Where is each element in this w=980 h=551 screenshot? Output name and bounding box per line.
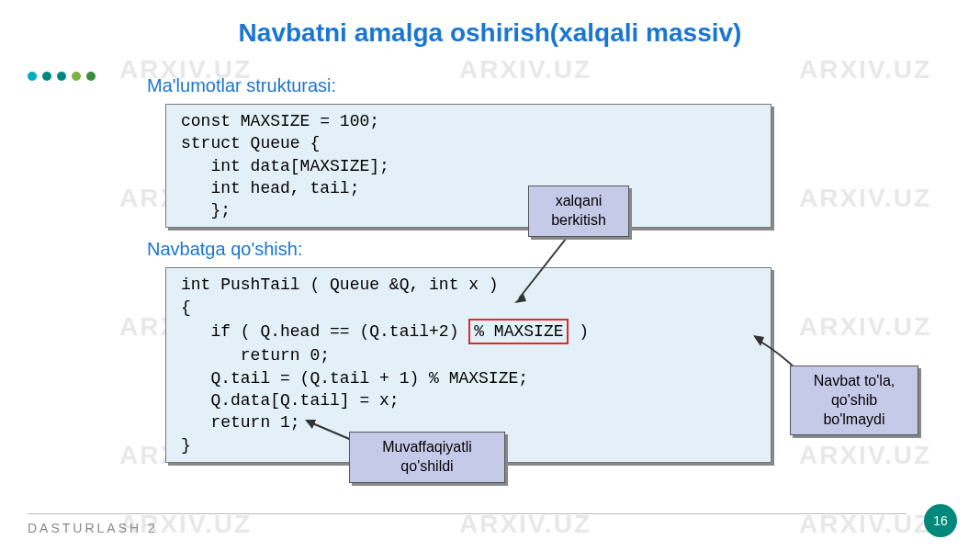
code-line: int data[MAXSIZE]; [181,155,756,177]
callout-text: bo'lmaydi [802,410,907,430]
code-line: int PushTail ( Queue &Q, int x ) [181,274,756,296]
code-line: Q.tail = (Q.tail + 1) % MAXSIZE; [181,367,756,389]
callout-pointer-icon [510,230,583,303]
dot-icon [86,72,96,81]
svg-line-0 [519,234,569,298]
page-number-badge: 16 [924,504,957,537]
callout-text: qo'shildi [361,457,493,477]
footer-text: DASTURLASH 2 [28,521,158,535]
svg-line-3 [310,422,354,441]
dot-icon [28,72,37,81]
code-line: }; [181,199,756,221]
code-line: int head, tail; [181,177,756,199]
code-block-struct: const MAXSIZE = 100; struct Queue { int … [165,104,772,228]
callout-success: Muvaffaqiyatli qo'shildi [349,432,505,483]
dot-icon [72,72,81,81]
code-text: if ( Q.head == (Q.tail+2) [181,322,468,341]
callout-text: qo'shib [802,391,907,410]
callout-queue-full: Navbat to'la, qo'shib bo'lmaydi [790,365,918,435]
code-line: { [181,297,756,319]
code-line: if ( Q.head == (Q.tail+2) % MAXSIZE ) [181,319,756,344]
callout-text: Navbat to'la, [802,372,907,391]
page-title: Navbatni amalga oshirish(xalqali massiv) [0,0,980,48]
footer: DASTURLASH 2 [0,505,980,551]
code-line: struct Queue { [181,132,756,154]
callout-ring-close: xalqani berkitish [528,186,629,237]
code-text: ) [569,322,589,341]
callout-text: Muvaffaqiyatli [361,438,493,457]
decorative-dots [28,72,96,81]
callout-text: berkitish [540,211,617,231]
dot-icon [57,72,66,81]
svg-marker-2 [753,335,764,346]
code-line: const MAXSIZE = 100; [181,110,756,132]
highlighted-code: % MAXSIZE [468,319,569,344]
code-line: return 1; [181,411,756,433]
dot-icon [42,72,51,81]
code-line: Q.data[Q.tail] = x; [181,389,756,411]
callout-text: xalqani [540,192,617,211]
subtitle-data-structure: Ma'lumotlar strukturasi: [147,75,980,96]
code-line: return 0; [181,344,756,366]
